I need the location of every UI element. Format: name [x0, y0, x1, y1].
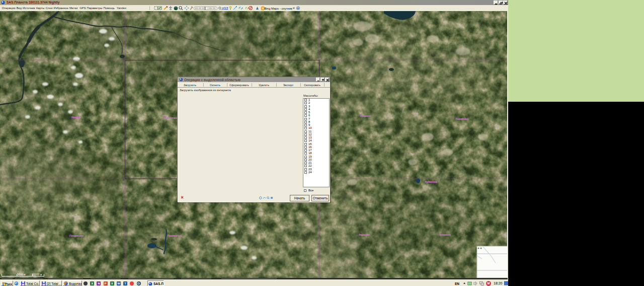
- svg-text:Покровское: Покровское: [164, 116, 178, 119]
- svg-text:10000 м: 10000 м: [32, 273, 42, 276]
- svg-text:Березник: Березник: [359, 233, 370, 236]
- svg-text:Воробьёво: Воробьёво: [456, 117, 469, 120]
- svg-text:Огарково: Огарково: [360, 114, 371, 117]
- svg-text:Нижняя: Нижняя: [71, 116, 80, 119]
- svg-text:M: M: [487, 281, 490, 285]
- svg-text:Высоково: Высоково: [439, 233, 451, 236]
- svg-text:Новленское: Новленское: [168, 234, 182, 237]
- svg-text:Кубенское: Кубенское: [425, 180, 437, 183]
- svg-text:5000 м: 5000 м: [17, 273, 26, 276]
- svg-text:Погорелово: Погорелово: [69, 234, 84, 237]
